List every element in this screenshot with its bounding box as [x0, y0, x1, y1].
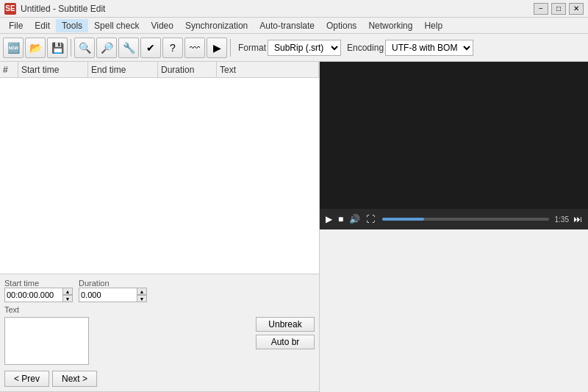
- stop-button[interactable]: ■: [337, 213, 345, 226]
- unbreak-button[interactable]: Unbreak: [256, 317, 315, 332]
- menubar: File Edit Tools Spell check Video Synchr…: [0, 18, 588, 34]
- duration-section: Duration ▲ ▼: [79, 279, 147, 302]
- prev-button[interactable]: < Prev: [4, 371, 49, 387]
- waveform-button[interactable]: 〰: [184, 38, 205, 58]
- start-time-label: Start time: [4, 279, 73, 288]
- right-panel: ▶ ■ 🔊 ⛶ 1:35 ⏭: [320, 62, 588, 392]
- window-controls: − □ ✕: [534, 3, 584, 15]
- duration-label: Duration: [79, 279, 147, 288]
- time-display: 1:35: [555, 215, 569, 224]
- window-title: Untitled - Subtitle Edit: [21, 4, 534, 14]
- menu-video[interactable]: Video: [145, 19, 179, 32]
- fix-button[interactable]: 🔧: [118, 38, 139, 58]
- text-edit-section: Text < Prev Next >: [4, 305, 97, 387]
- menu-edit[interactable]: Edit: [29, 19, 56, 32]
- table-body[interactable]: [0, 78, 319, 274]
- left-panel: # Start time End time Duration Text Star…: [0, 62, 320, 392]
- replace-button[interactable]: 🔎: [96, 38, 117, 58]
- minimize-button[interactable]: −: [534, 3, 548, 15]
- play-pause-button[interactable]: ▶: [324, 213, 334, 226]
- start-time-spinner: ▲ ▼: [4, 288, 73, 302]
- titlebar: SE Untitled - Subtitle Edit − □ ✕: [0, 0, 588, 18]
- duration-input[interactable]: [79, 288, 137, 302]
- edit-area: Start time ▲ ▼ Duration ▲: [0, 274, 319, 392]
- format-label: Format: [238, 43, 266, 53]
- maximize-button[interactable]: □: [551, 3, 566, 15]
- start-time-section: Start time ▲ ▼: [4, 279, 73, 302]
- encoding-select[interactable]: UTF-8 with BOM: [385, 40, 473, 56]
- menu-networking[interactable]: Networking: [362, 19, 418, 32]
- separator-2: [230, 39, 231, 57]
- format-select[interactable]: SubRip (.srt): [268, 40, 341, 56]
- video-canvas: [320, 62, 588, 209]
- separator-1: [71, 39, 71, 57]
- progress-bar[interactable]: [382, 218, 548, 221]
- col-text: Text: [217, 62, 319, 77]
- menu-spellcheck[interactable]: Spell check: [88, 19, 145, 32]
- duration-down[interactable]: ▼: [137, 295, 147, 302]
- progress-fill: [382, 218, 424, 221]
- mute-button[interactable]: 🔊: [348, 213, 362, 226]
- start-time-up[interactable]: ▲: [62, 288, 73, 295]
- next-button[interactable]: Next >: [52, 371, 97, 387]
- find-button[interactable]: 🔍: [74, 38, 95, 58]
- table-header: # Start time End time Duration Text: [0, 62, 319, 78]
- col-number: #: [0, 62, 18, 77]
- auto-br-button[interactable]: Auto br: [256, 335, 315, 349]
- start-time-input[interactable]: [4, 288, 63, 302]
- encoding-label: Encoding: [347, 43, 384, 53]
- text-action-buttons: Unbreak Auto br: [256, 317, 315, 349]
- video-button[interactable]: ▶: [207, 38, 227, 58]
- subtitle-text-input[interactable]: [4, 317, 89, 365]
- duration-spinner: ▲ ▼: [79, 288, 147, 302]
- menu-file[interactable]: File: [3, 19, 29, 32]
- start-time-down[interactable]: ▼: [62, 295, 73, 302]
- menu-help[interactable]: Help: [418, 19, 448, 32]
- nav-buttons: < Prev Next >: [4, 371, 97, 387]
- menu-autotranslate[interactable]: Auto-translate: [254, 19, 320, 32]
- app-icon: SE: [4, 3, 16, 15]
- fullscreen-button[interactable]: ⛶: [365, 213, 376, 226]
- col-end: End time: [88, 62, 158, 77]
- text-label: Text: [4, 305, 97, 314]
- menu-tools[interactable]: Tools: [56, 19, 88, 32]
- main-area: # Start time End time Duration Text Star…: [0, 62, 588, 392]
- skip-forward-button[interactable]: ⏭: [572, 213, 584, 226]
- toolbar: 🆕 📂 💾 🔍 🔎 🔧 ✔ ? 〰 ▶ Format SubRip (.srt)…: [0, 34, 588, 62]
- help-button[interactable]: ?: [162, 38, 183, 58]
- menu-sync[interactable]: Synchronization: [179, 19, 254, 32]
- open-button[interactable]: 📂: [25, 38, 46, 58]
- new-button[interactable]: 🆕: [3, 38, 24, 58]
- edit-bottom: Text < Prev Next > Unbreak Auto br: [4, 305, 315, 387]
- video-controls: ▶ ■ 🔊 ⛶ 1:35 ⏭: [320, 209, 588, 229]
- menu-options[interactable]: Options: [320, 19, 362, 32]
- check-button[interactable]: ✔: [140, 38, 161, 58]
- video-area: [320, 62, 588, 209]
- save-button[interactable]: 💾: [47, 38, 68, 58]
- subtitle-table: # Start time End time Duration Text: [0, 62, 319, 274]
- duration-up[interactable]: ▲: [137, 288, 147, 295]
- col-start: Start time: [18, 62, 88, 77]
- col-duration: Duration: [158, 62, 217, 77]
- close-button[interactable]: ✕: [569, 3, 584, 15]
- time-row: Start time ▲ ▼ Duration ▲: [4, 279, 315, 302]
